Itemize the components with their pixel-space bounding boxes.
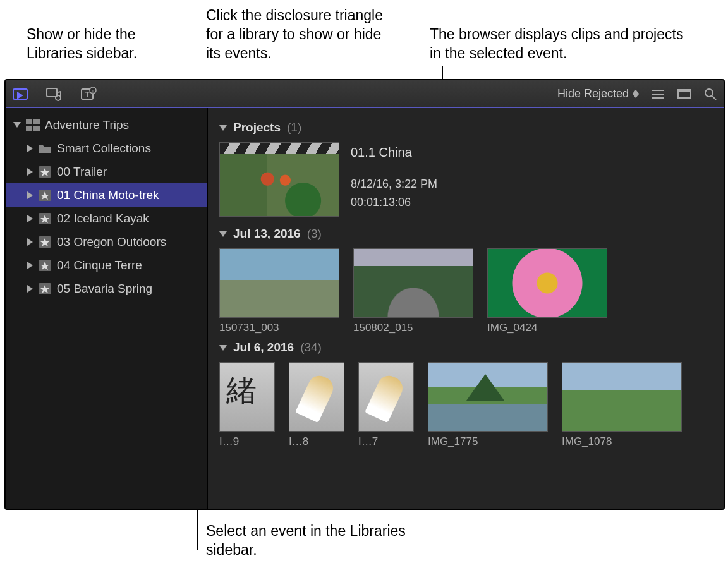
section-title: Projects <box>233 121 281 135</box>
callout-disclosure: Click the disclosure triangle for a libr… <box>206 6 396 63</box>
folder-icon <box>38 143 52 154</box>
projects-section-header[interactable]: Projects (1) <box>219 121 712 135</box>
list-view-icon[interactable] <box>650 88 665 100</box>
clip-thumbnail[interactable] <box>289 362 344 432</box>
filmstrip-view-icon[interactable] <box>677 88 692 100</box>
date-section-header[interactable]: Jul 13, 2016(3) <box>219 227 712 241</box>
event-star-icon <box>38 166 52 178</box>
clip-filter-label: Hide Rejected <box>557 87 629 100</box>
clip-thumbnail[interactable] <box>219 362 275 432</box>
disclosure-triangle-icon[interactable] <box>219 125 227 131</box>
section-count: (3) <box>307 227 322 241</box>
clip-thumbnail[interactable] <box>219 248 339 318</box>
sidebar-item-label: 02 Iceland Kayak <box>57 212 149 226</box>
clip-filter-popup[interactable]: Hide Rejected <box>557 87 639 100</box>
clip-item[interactable]: IMG_1078 <box>562 362 682 448</box>
clip-label: 150731_003 <box>219 318 339 334</box>
event-star-icon <box>38 283 52 294</box>
disclosure-triangle-icon[interactable] <box>219 345 227 351</box>
photos-music-sidebar-icon[interactable] <box>46 87 63 102</box>
clip-label: I…9 <box>219 432 275 448</box>
clip-label: I…8 <box>289 432 344 448</box>
sidebar-event-item[interactable]: 01 China Moto-trek <box>6 183 207 207</box>
project-title: 01.1 China <box>351 142 437 162</box>
thumbnail-image <box>220 154 339 216</box>
library-row[interactable]: Adventure Trips <box>6 113 207 136</box>
disclosure-triangle-icon[interactable] <box>27 145 33 152</box>
clip-browser: Projects (1) 01.1 China 8/12/16, 3:22 PM… <box>208 108 724 509</box>
disclosure-triangle-icon[interactable] <box>27 191 33 199</box>
svg-text:T: T <box>85 90 90 99</box>
sidebar-event-item[interactable]: 00 Trailer <box>6 160 207 183</box>
svg-point-17 <box>705 89 713 97</box>
sidebar-item-label: 04 Cinque Terre <box>57 258 142 272</box>
svg-line-18 <box>712 96 716 100</box>
sidebar-event-item[interactable]: 03 Oregon Outdoors <box>6 230 207 253</box>
clip-thumbnail[interactable] <box>428 362 548 432</box>
disclosure-triangle-icon[interactable] <box>13 122 21 128</box>
event-star-icon <box>38 236 52 248</box>
svg-rect-5 <box>47 88 57 97</box>
date-section-header[interactable]: Jul 6, 2016(34) <box>219 341 712 354</box>
clip-item[interactable]: I…8 <box>289 362 344 448</box>
disclosure-triangle-icon[interactable] <box>27 215 33 222</box>
svg-rect-16 <box>678 97 691 99</box>
sidebar-event-item[interactable]: 02 Iceland Kayak <box>6 207 207 230</box>
event-star-icon <box>38 213 52 224</box>
library-icon <box>26 119 40 131</box>
sidebar-event-item[interactable]: 05 Bavaria Spring <box>6 277 207 300</box>
svg-rect-2 <box>16 88 18 90</box>
clip-row: I…9I…8I…7IMG_1775IMG_1078 <box>219 362 712 448</box>
clip-label: 150802_015 <box>353 318 473 334</box>
clip-item[interactable]: IMG_1775 <box>428 362 548 448</box>
clapper-icon <box>220 143 339 154</box>
clip-thumbnail[interactable] <box>358 362 414 432</box>
clip-thumbnail[interactable] <box>353 248 473 318</box>
section-count: (1) <box>287 121 301 135</box>
sidebar-event-item[interactable]: Smart Collections <box>6 136 207 160</box>
clip-item[interactable]: IMG_0424 <box>487 248 607 334</box>
sidebar-item-label: 01 China Moto-trek <box>57 188 159 202</box>
disclosure-triangle-icon[interactable] <box>27 168 33 176</box>
clip-thumbnail[interactable] <box>562 362 682 432</box>
svg-rect-22 <box>33 126 40 131</box>
disclosure-triangle-icon[interactable] <box>27 262 33 269</box>
clip-item[interactable]: 150802_015 <box>353 248 473 334</box>
svg-rect-20 <box>33 119 40 124</box>
updown-chevron-icon <box>633 90 639 98</box>
library-name: Adventure Trips <box>45 118 129 132</box>
sidebar-item-label: Smart Collections <box>57 142 151 155</box>
disclosure-triangle-icon[interactable] <box>27 285 33 293</box>
clip-item[interactable]: I…7 <box>358 362 414 448</box>
libraries-sidebar-icon[interactable] <box>12 87 28 102</box>
sidebar-item-label: 03 Oregon Outdoors <box>57 235 166 249</box>
svg-rect-4 <box>23 88 25 90</box>
sidebar-item-label: 05 Bavaria Spring <box>57 282 152 296</box>
sidebar-event-item[interactable]: 04 Cinque Terre <box>6 253 207 277</box>
section-count: (34) <box>300 341 322 354</box>
svg-rect-19 <box>26 119 32 124</box>
svg-point-6 <box>56 95 61 100</box>
clip-item[interactable]: I…9 <box>219 362 275 448</box>
project-thumbnail[interactable] <box>219 142 339 217</box>
clip-item[interactable]: 150731_003 <box>219 248 339 334</box>
svg-rect-3 <box>20 88 21 90</box>
search-icon[interactable] <box>703 87 717 101</box>
section-title: Jul 13, 2016 <box>233 227 301 241</box>
project-date: 8/12/16, 3:22 PM <box>351 175 437 193</box>
clip-row: 150731_003150802_015IMG_0424 <box>219 248 712 334</box>
svg-text:T: T <box>92 88 95 94</box>
titles-generators-sidebar-icon[interactable]: TT <box>80 87 97 102</box>
callout-sidebar-toggle: Show or hide the Libraries sidebar. <box>27 25 191 63</box>
clip-thumbnail[interactable] <box>487 248 607 318</box>
clip-label: IMG_1078 <box>562 432 682 448</box>
svg-rect-21 <box>26 126 32 131</box>
clip-label: IMG_0424 <box>487 318 607 334</box>
disclosure-triangle-icon[interactable] <box>27 238 33 246</box>
event-star-icon <box>38 190 52 201</box>
disclosure-triangle-icon[interactable] <box>219 231 227 237</box>
project-item[interactable]: 01.1 China 8/12/16, 3:22 PM 00:01:13:06 <box>219 142 712 217</box>
sidebar-item-label: 00 Trailer <box>57 165 107 179</box>
callout-browser: The browser displays clips and projects … <box>430 25 695 63</box>
section-title: Jul 6, 2016 <box>233 341 294 354</box>
